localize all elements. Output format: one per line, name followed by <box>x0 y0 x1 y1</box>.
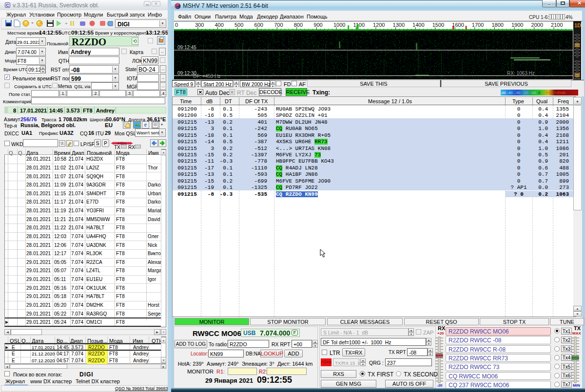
svg-text:0: 0 <box>175 22 178 28</box>
svg-text:2000: 2000 <box>531 22 543 28</box>
svg-text:1900: 1900 <box>511 22 523 28</box>
svg-text:1300: 1300 <box>393 22 405 28</box>
svg-text:1000: 1000 <box>333 22 345 28</box>
svg-text:1500: 1500 <box>432 22 444 28</box>
svg-text:900: 900 <box>313 22 322 28</box>
svg-text:1400: 1400 <box>412 22 424 28</box>
svg-text:300: 300 <box>195 22 204 28</box>
svg-text:2100: 2100 <box>551 22 563 28</box>
svg-text:1700: 1700 <box>472 22 484 28</box>
svg-text:500: 500 <box>234 22 243 28</box>
svg-text:1200: 1200 <box>373 22 385 28</box>
svg-text:800: 800 <box>294 22 303 28</box>
svg-text:400: 400 <box>214 22 223 28</box>
svg-text:1100: 1100 <box>353 22 365 28</box>
svg-text:700: 700 <box>274 22 283 28</box>
svg-text:1800: 1800 <box>491 22 503 28</box>
svg-text:600: 600 <box>254 22 263 28</box>
